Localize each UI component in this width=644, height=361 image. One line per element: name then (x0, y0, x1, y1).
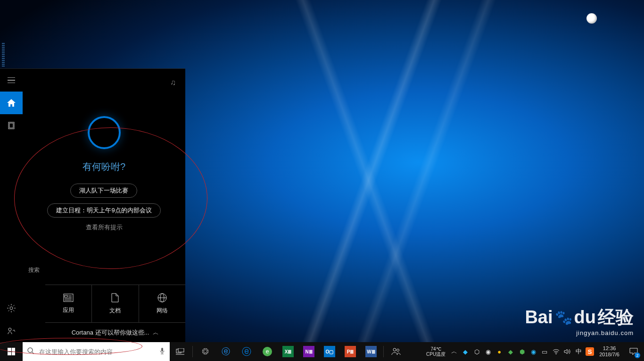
microphone-icon[interactable] (159, 347, 165, 356)
soccer-ball-icon[interactable] (586, 13, 597, 24)
tray-sogou-icon[interactable]: S (586, 347, 594, 356)
app-icon-excel[interactable]: X≣ (278, 342, 298, 361)
people-icon[interactable] (386, 342, 406, 361)
search-tab-web[interactable]: 网络 (139, 285, 185, 322)
svg-point-13 (28, 348, 33, 353)
notebook-icon[interactable] (0, 114, 23, 137)
suggestion-chips: 湖人队下一场比赛 建立日程：明天上午9点的内部会议 (47, 184, 160, 218)
search-section-label: 搜索 (28, 266, 40, 274)
start-button[interactable] (0, 342, 23, 361)
app-icon-outlook[interactable]: O▢ (319, 342, 340, 361)
windows-logo-icon (8, 348, 15, 355)
baidu-watermark: Bai 🐾 du 经验 jingyan.baidu.com (525, 305, 634, 336)
suggestion-chip-0[interactable]: 湖人队下一场比赛 (70, 184, 137, 198)
search-tab-apps[interactable]: 应用 (45, 285, 92, 322)
docs-tab-icon (111, 293, 119, 305)
search-tab-docs[interactable]: 文档 (92, 285, 139, 322)
notification-badge: 2 (635, 353, 640, 358)
cortana-more-label: Cortana 还可以帮你做这些... (72, 328, 149, 337)
svg-rect-1 (9, 123, 13, 128)
tray-icon-1[interactable]: ◆ (460, 342, 471, 361)
home-icon[interactable] (0, 92, 23, 114)
tray-icon-6[interactable]: ⬢ (516, 342, 528, 361)
suggestion-chip-1[interactable]: 建立日程：明天上午9点的内部会议 (47, 203, 160, 218)
cortana-more-button[interactable]: Cortana 还可以帮你做这些... ︿ (45, 322, 185, 342)
svg-point-20 (397, 349, 399, 352)
system-tray: ︿ ◆ ⬡ ◉ ● ◆ ⬢ ◉ ▭ 中 S (448, 342, 595, 361)
feedback-icon[interactable] (0, 319, 23, 342)
search-tab-docs-label: 文档 (109, 307, 121, 315)
web-tab-icon (157, 293, 167, 305)
search-tab-apps-label: 应用 (63, 306, 74, 314)
cpu-temp-label: CPU温度 (426, 352, 446, 357)
watermark-text-2: du (574, 307, 596, 327)
paw-icon: 🐾 (555, 309, 572, 326)
app-icon-powerpoint[interactable]: P≣ (340, 342, 361, 361)
app-icon-onenote[interactable]: N≣ (298, 342, 319, 361)
cpu-temp-value: 74℃ (431, 346, 441, 352)
svg-rect-4 (64, 294, 73, 302)
tray-icon-4[interactable]: ● (494, 342, 505, 361)
cortana-panel: ♫ 有何吩咐? 湖人队下一场比赛 建立日程：明天上午9点的内部会议 查看所有提示… (0, 68, 185, 342)
taskbar-clock[interactable]: 12:36 2018/7/6 (595, 342, 623, 361)
tray-wifi-icon[interactable] (550, 342, 561, 361)
search-tab-web-label: 网络 (157, 307, 168, 315)
tray-icon-7[interactable]: ◉ (528, 342, 539, 361)
apps-tab-icon (63, 294, 74, 304)
app-icon-generic-1[interactable]: ❂ (195, 342, 215, 361)
cortana-main: ♫ 有何吩咐? 湖人队下一场比赛 建立日程：明天上午9点的内部会议 查看所有提示… (23, 69, 185, 342)
watermark-text-3: 经验 (598, 305, 634, 329)
app-icon-edge[interactable]: ⓔ (236, 342, 257, 361)
hamburger-menu-icon[interactable] (0, 69, 23, 92)
cpu-temp-widget[interactable]: 74℃ CPU温度 (423, 342, 448, 361)
tray-icon-3[interactable]: ◉ (482, 342, 494, 361)
svg-rect-17 (178, 348, 184, 352)
taskbar-pinned-apps: ❂ ⓔ ⓔ e X≣ N≣ O▢ P≣ W≣ (170, 342, 406, 361)
cortana-prompt-text: 有何吩咐? (83, 160, 125, 173)
svg-point-2 (10, 307, 13, 310)
taskbar: ❂ ⓔ ⓔ e X≣ N≣ O▢ P≣ W≣ 74℃ CPU温度 ︿ ◆ ⬡ ◉… (0, 342, 644, 361)
clock-date: 2018/7/6 (599, 352, 619, 358)
svg-rect-15 (161, 348, 163, 352)
tray-battery-icon[interactable]: ▭ (539, 342, 550, 361)
settings-gear-icon[interactable] (0, 297, 23, 319)
music-note-icon[interactable]: ♫ (170, 78, 176, 87)
search-icon (27, 347, 34, 356)
svg-point-19 (393, 348, 396, 351)
cortana-ring-icon[interactable] (88, 116, 121, 149)
app-icon-360[interactable]: e (257, 342, 278, 361)
tray-ime-icon[interactable]: 中 (573, 342, 584, 361)
watermark-sub: jingyan.baidu.com (525, 329, 634, 336)
clock-time: 12:36 (603, 345, 616, 352)
tray-volume-icon[interactable] (561, 342, 573, 361)
app-icon-word[interactable]: W≣ (361, 342, 381, 361)
svg-rect-5 (65, 295, 67, 297)
svg-line-14 (32, 352, 34, 354)
view-all-tips-link[interactable]: 查看所有提示 (86, 223, 123, 232)
search-tabs: 应用 文档 网络 (45, 285, 185, 322)
svg-point-3 (8, 328, 11, 331)
search-input[interactable] (39, 348, 155, 355)
action-center-icon[interactable]: 2 (623, 342, 644, 361)
svg-point-21 (555, 353, 556, 354)
chevron-up-icon: ︿ (153, 328, 159, 337)
app-icon-ie[interactable]: ⓔ (215, 342, 236, 361)
cortana-sidebar (0, 69, 23, 342)
tray-icon-5[interactable]: ◆ (505, 342, 516, 361)
watermark-text-1: Bai (525, 307, 553, 327)
task-view-icon[interactable] (170, 342, 190, 361)
taskbar-search[interactable] (23, 342, 170, 361)
tray-chevron-up-icon[interactable]: ︿ (448, 342, 460, 361)
tray-icon-2[interactable]: ⬡ (471, 342, 482, 361)
